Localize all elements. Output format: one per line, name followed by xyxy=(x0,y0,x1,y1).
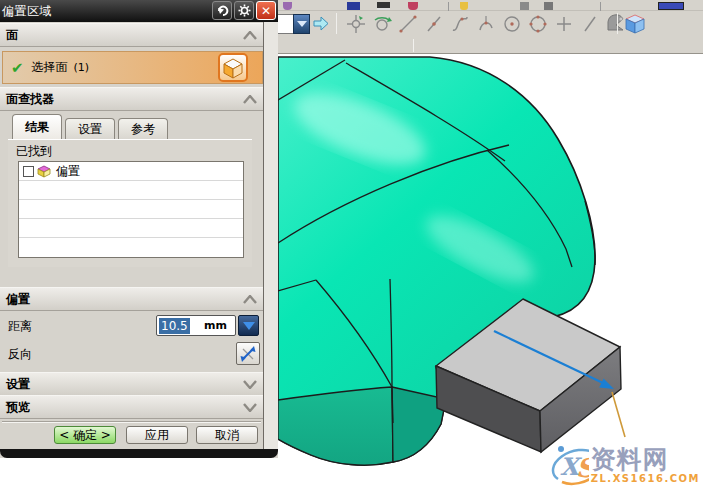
reverse-direction-button[interactable] xyxy=(236,342,260,365)
face-finder-tabs: 结果 设置 参考 xyxy=(12,114,171,140)
ok-button[interactable]: < 确定 > xyxy=(54,426,116,444)
distance-dropdown-icon[interactable] xyxy=(238,315,259,336)
combo-dropdown-icon[interactable] xyxy=(293,14,310,34)
tab-settings[interactable]: 设置 xyxy=(65,118,115,140)
watermark: X S 资料网 ZL.XS1616.COM xyxy=(548,440,700,490)
block-cube-icon[interactable] xyxy=(623,13,647,35)
list-item-label: 偏置 xyxy=(56,163,80,180)
list-empty-row xyxy=(19,181,243,200)
dialog-title: 偏置区域 xyxy=(2,3,52,20)
spline-icon[interactable] xyxy=(448,13,472,35)
app-window: X S 资料网 ZL.XS1616.COM 偏置区域 ✕ xyxy=(0,0,703,492)
line-point-icon[interactable] xyxy=(422,13,446,35)
expand-chevron-icon[interactable] xyxy=(243,403,257,412)
section-face-finder-label: 面查找器 xyxy=(6,91,54,108)
circle-points-icon[interactable] xyxy=(526,13,550,35)
toolbar-separator xyxy=(617,13,618,34)
line-icon[interactable] xyxy=(396,13,420,35)
clipped-icon[interactable] xyxy=(520,2,529,10)
clipped-icon[interactable] xyxy=(544,2,553,10)
section-face-finder[interactable]: 面查找器 xyxy=(0,87,263,111)
gear-icon[interactable] xyxy=(234,1,254,20)
distance-unit: mm xyxy=(204,319,227,332)
section-preview[interactable]: 预览 xyxy=(0,395,263,419)
watermark-url: ZL.XS1616.COM xyxy=(591,473,700,484)
list-empty-row xyxy=(19,219,243,238)
watermark-logo-icon: X S xyxy=(548,441,589,489)
item-checkbox[interactable] xyxy=(23,166,34,177)
clipped-icon[interactable] xyxy=(460,2,468,10)
section-settings[interactable]: 设置 xyxy=(0,372,263,396)
cancel-button[interactable]: 取消 xyxy=(196,426,258,444)
dialog-actions: < 确定 > 应用 取消 xyxy=(0,426,263,446)
dialog-edge[interactable] xyxy=(263,22,278,450)
divider xyxy=(2,421,261,423)
collapse-chevron-icon[interactable] xyxy=(243,31,257,40)
reverse-arrows-icon xyxy=(239,345,257,363)
list-empty-row xyxy=(19,238,243,257)
list-item-offset[interactable]: 偏置 xyxy=(19,162,243,181)
rotate-pattern-icon[interactable] xyxy=(370,13,394,35)
select-face-row[interactable]: ✔ 选择面 (1) xyxy=(2,51,263,84)
clipped-icon[interactable] xyxy=(377,2,390,10)
circle-center-icon[interactable] xyxy=(500,13,524,35)
tab-results[interactable]: 结果 xyxy=(12,114,62,140)
offset-feature-icon xyxy=(37,165,51,178)
graphics-viewport[interactable]: X S 资料网 ZL.XS1616.COM xyxy=(278,54,703,492)
offset-region-dialog: 偏置区域 ✕ 面 ✔ 选择面 (1) xyxy=(0,0,278,458)
arc-icon[interactable] xyxy=(474,13,498,35)
distance-value[interactable]: 10.5 xyxy=(159,318,190,334)
section-preview-label: 预览 xyxy=(6,399,30,416)
tab-reference[interactable]: 参考 xyxy=(118,118,168,140)
combo-field[interactable] xyxy=(277,14,293,34)
dialog-titlebar[interactable]: 偏置区域 ✕ xyxy=(0,0,278,22)
found-list[interactable]: 偏置 xyxy=(18,161,244,258)
model-3d-view[interactable] xyxy=(278,54,703,492)
close-icon[interactable]: ✕ xyxy=(256,1,276,20)
model-wall-left xyxy=(278,387,393,465)
found-label: 已找到 xyxy=(16,143,52,160)
slash-icon[interactable] xyxy=(578,13,602,35)
clipped-icon[interactable] xyxy=(283,2,292,10)
go-forward-icon[interactable] xyxy=(313,16,329,31)
distance-label: 距离 xyxy=(8,318,32,335)
expand-chevron-icon[interactable] xyxy=(243,380,257,389)
apply-button[interactable]: 应用 xyxy=(126,426,188,444)
dialog-bottom-edge[interactable] xyxy=(0,449,278,458)
section-offset[interactable]: 偏置 xyxy=(0,287,263,311)
reverse-row: 反向 xyxy=(0,341,263,367)
leader-line xyxy=(612,392,625,437)
section-offset-label: 偏置 xyxy=(6,291,30,308)
clipped-icon[interactable] xyxy=(347,2,360,10)
selection-scope-combo[interactable] xyxy=(277,14,310,34)
face-select-cube-icon[interactable] xyxy=(218,53,248,82)
clipped-icon[interactable] xyxy=(658,2,684,10)
select-face-label: 选择面 xyxy=(32,59,68,76)
reset-icon[interactable] xyxy=(212,1,232,20)
section-face[interactable]: 面 xyxy=(0,23,263,47)
section-settings-label: 设置 xyxy=(6,376,30,393)
point-icon[interactable] xyxy=(552,13,576,35)
distance-input[interactable]: 10.5 mm xyxy=(156,315,236,336)
list-empty-row xyxy=(19,200,243,219)
collapse-chevron-icon[interactable] xyxy=(243,295,257,304)
section-face-label: 面 xyxy=(6,27,18,44)
point-pattern-icon[interactable] xyxy=(344,13,368,35)
checkmark-icon: ✔ xyxy=(11,59,24,77)
select-face-count: (1) xyxy=(74,61,90,74)
reverse-label: 反向 xyxy=(8,346,32,363)
svg-text:S: S xyxy=(576,453,589,483)
collapse-chevron-icon[interactable] xyxy=(243,95,257,104)
distance-row: 距离 10.5 mm xyxy=(0,313,263,339)
watermark-name: 资料网 xyxy=(591,447,700,473)
clipped-icon[interactable] xyxy=(408,2,418,10)
toolbar-separator xyxy=(336,13,337,34)
